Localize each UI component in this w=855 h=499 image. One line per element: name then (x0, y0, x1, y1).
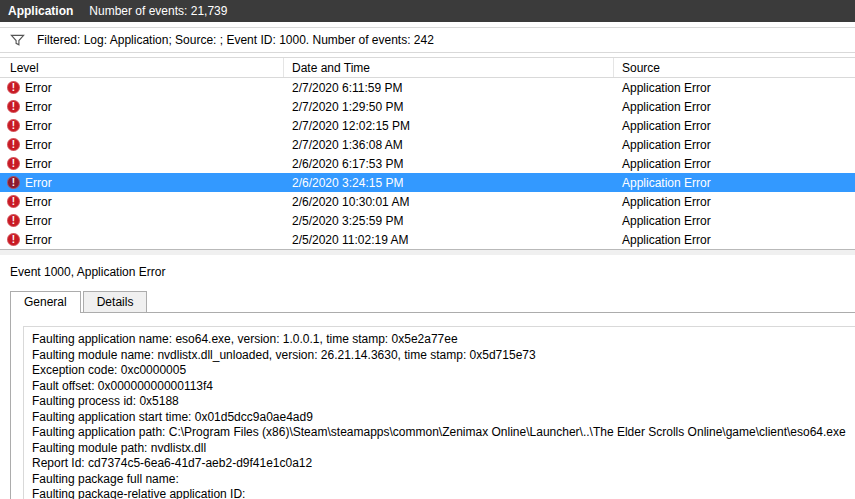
column-header-level[interactable]: Level (0, 58, 284, 77)
event-datetime: 2/5/2020 3:25:59 PM (284, 214, 614, 228)
detail-line: Report Id: cd7374c5-6ea6-41d7-aeb2-d9f41… (32, 456, 849, 472)
event-datetime: 2/7/2020 12:02:15 PM (284, 119, 614, 133)
error-icon: ! (7, 119, 20, 132)
event-level: Error (25, 233, 52, 247)
event-datetime: 2/7/2020 1:36:08 AM (284, 138, 614, 152)
event-source: Application Error (614, 119, 855, 133)
error-icon: ! (7, 214, 20, 227)
event-description-box[interactable]: Faulting application name: eso64.exe, ve… (23, 326, 855, 499)
column-header-datetime[interactable]: Date and Time (284, 58, 614, 77)
event-level: Error (25, 176, 52, 190)
event-source: Application Error (614, 233, 855, 247)
error-icon: ! (7, 233, 20, 246)
error-icon: ! (7, 157, 20, 170)
detail-tabs: General Details (10, 291, 855, 312)
event-level: Error (25, 81, 52, 95)
event-datetime: 2/7/2020 6:11:59 PM (284, 81, 614, 95)
event-list: !Error 2/7/2020 6:11:59 PM Application E… (0, 78, 855, 249)
filter-bar: Filtered: Log: Application; Source: ; Ev… (0, 27, 855, 53)
event-level: Error (25, 138, 52, 152)
event-datetime: 2/5/2020 11:02:19 AM (284, 233, 614, 247)
event-source: Application Error (614, 138, 855, 152)
event-row[interactable]: !Error 2/7/2020 12:02:15 PM Application … (0, 116, 855, 135)
event-row[interactable]: !Error 2/6/2020 10:30:01 AM Application … (0, 192, 855, 211)
event-source: Application Error (614, 81, 855, 95)
filter-funnel-icon (10, 33, 25, 48)
event-row[interactable]: !Error 2/5/2020 11:02:19 AM Application … (0, 230, 855, 249)
detail-line: Faulting application path: C:\Program Fi… (32, 425, 849, 441)
detail-pane: Event 1000, Application Error General De… (0, 255, 855, 499)
detail-line: Exception code: 0xc0000005 (32, 363, 849, 379)
event-level: Error (25, 100, 52, 114)
error-icon: ! (7, 195, 20, 208)
events-count-label: Number of events: 21,739 (89, 4, 227, 18)
event-row[interactable]: !Error 2/7/2020 1:29:50 PM Application E… (0, 97, 855, 116)
titlebar: Application Number of events: 21,739 (0, 0, 855, 22)
column-header-source[interactable]: Source (614, 58, 855, 77)
event-row-selected[interactable]: !Error 2/6/2020 3:24:15 PM Application E… (0, 173, 855, 192)
event-source: Application Error (614, 157, 855, 171)
table-header: Level Date and Time Source (0, 57, 855, 78)
event-viewer-window: Application Number of events: 21,739 Fil… (0, 0, 855, 499)
event-datetime: 2/7/2020 1:29:50 PM (284, 100, 614, 114)
event-source: Application Error (614, 195, 855, 209)
detail-line: Faulting package-relative application ID… (32, 487, 849, 499)
detail-line: Faulting package full name: (32, 472, 849, 488)
detail-line: Faulting application start time: 0x01d5d… (32, 410, 849, 426)
error-icon: ! (7, 100, 20, 113)
general-tab-content: Faulting application name: eso64.exe, ve… (10, 312, 855, 499)
event-level: Error (25, 214, 52, 228)
detail-line: Fault offset: 0x00000000000113f4 (32, 379, 849, 395)
event-row[interactable]: !Error 2/5/2020 3:25:59 PM Application E… (0, 211, 855, 230)
event-level: Error (25, 195, 52, 209)
event-row[interactable]: !Error 2/6/2020 6:17:53 PM Application E… (0, 154, 855, 173)
tab-general[interactable]: General (10, 291, 81, 313)
event-source: Application Error (614, 176, 855, 190)
event-level: Error (25, 157, 52, 171)
detail-line: Faulting module path: nvdlistx.dll (32, 441, 849, 457)
event-source: Application Error (614, 100, 855, 114)
event-datetime: 2/6/2020 3:24:15 PM (284, 176, 614, 190)
filter-summary-text: Filtered: Log: Application; Source: ; Ev… (37, 33, 434, 47)
event-datetime: 2/6/2020 6:17:53 PM (284, 157, 614, 171)
detail-pane-title: Event 1000, Application Error (10, 265, 855, 279)
event-level: Error (25, 119, 52, 133)
event-source: Application Error (614, 214, 855, 228)
detail-line: Faulting module name: nvdlistx.dll_unloa… (32, 348, 849, 364)
detail-line: Faulting application name: eso64.exe, ve… (32, 332, 849, 348)
tab-details[interactable]: Details (83, 291, 148, 312)
event-row[interactable]: !Error 2/7/2020 6:11:59 PM Application E… (0, 78, 855, 97)
event-datetime: 2/6/2020 10:30:01 AM (284, 195, 614, 209)
detail-line: Faulting process id: 0x5188 (32, 394, 849, 410)
error-icon: ! (7, 81, 20, 94)
error-icon: ! (7, 138, 20, 151)
log-name-label: Application (8, 4, 73, 18)
error-icon: ! (7, 176, 20, 189)
event-row[interactable]: !Error 2/7/2020 1:36:08 AM Application E… (0, 135, 855, 154)
